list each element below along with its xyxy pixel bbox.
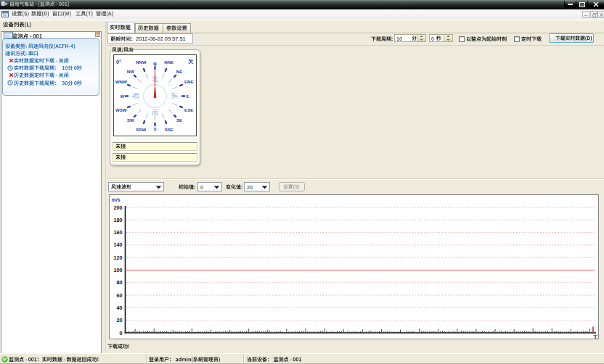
svg-text:NNE: NNE [164, 59, 174, 65]
svg-text:WNW: WNW [115, 79, 127, 84]
svg-text:NNW: NNW [136, 59, 147, 65]
svg-text:SSE: SSE [165, 127, 174, 132]
svg-text:0: 0 [120, 330, 123, 336]
svg-text:100: 100 [114, 267, 123, 273]
svg-text:200: 200 [114, 204, 123, 211]
svg-text:SE: SE [176, 117, 182, 123]
svg-text:120: 120 [114, 255, 123, 261]
svg-text:W: W [121, 94, 125, 99]
svg-text:20: 20 [117, 317, 123, 323]
svg-text:NW: NW [127, 69, 134, 74]
svg-text:160: 160 [114, 229, 123, 236]
svg-text:180: 180 [114, 217, 123, 223]
svg-text:60: 60 [117, 292, 123, 299]
svg-text:NE: NE [176, 69, 182, 74]
svg-text:80: 80 [117, 279, 123, 286]
svg-text:140: 140 [114, 241, 123, 248]
svg-text:40: 40 [117, 305, 123, 311]
svg-text:WSW: WSW [115, 107, 127, 112]
svg-text:m/s: m/s [112, 197, 121, 202]
svg-text:SSW: SSW [136, 127, 146, 132]
svg-text:E: E [186, 94, 189, 99]
svg-text:T: T [593, 334, 597, 339]
svg-text:SW: SW [127, 117, 134, 123]
svg-text:S: S [153, 126, 156, 131]
svg-text:ESE: ESE [184, 107, 193, 112]
svg-text:ENE: ENE [184, 79, 194, 84]
